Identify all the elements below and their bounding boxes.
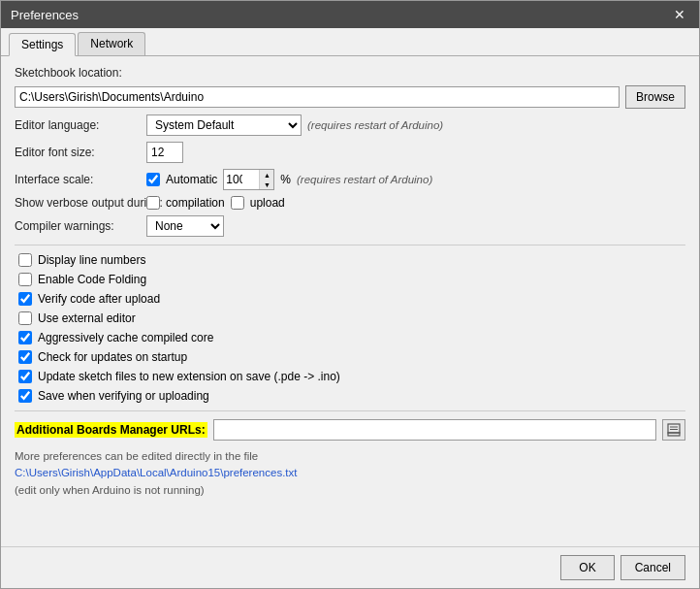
compiler-warnings-label: Compiler warnings: <box>15 219 141 233</box>
update-sketch-files-row: Update sketch files to new extension on … <box>15 370 685 383</box>
additional-urls-input[interactable] <box>213 419 656 441</box>
update-sketch-files-label: Update sketch files to new extension on … <box>38 370 340 383</box>
display-line-numbers-label: Display line numbers <box>38 253 145 267</box>
sketchbook-input[interactable] <box>15 86 620 108</box>
save-when-verifying-row: Save when verifying or uploading <box>15 389 685 403</box>
editor-language-select[interactable]: System Default <box>146 115 302 136</box>
additional-urls-label: Additional Boards Manager URLs: <box>15 422 207 438</box>
editor-language-label: Editor language: <box>15 118 141 132</box>
enable-code-folding-row: Enable Code Folding <box>15 273 685 286</box>
enable-code-folding-checkbox[interactable] <box>18 273 32 286</box>
tab-settings[interactable]: Settings <box>9 33 76 56</box>
check-updates-label: Check for updates on startup <box>38 350 187 364</box>
aggressively-cache-checkbox[interactable] <box>18 331 32 344</box>
verify-code-checkbox[interactable] <box>18 292 32 306</box>
verify-code-label: Verify code after upload <box>38 292 160 306</box>
window-title: Preferences <box>11 8 79 22</box>
verbose-row: Show verbose output during: compilation … <box>15 196 685 210</box>
additional-urls-row: Additional Boards Manager URLs: <box>15 419 685 441</box>
more-prefs-path[interactable]: C:\Users\Girish\AppData\Local\Arduino15\… <box>15 465 685 481</box>
settings-content: Sketchbook location: Browse Editor langu… <box>1 56 699 546</box>
compiler-warnings-row: Compiler warnings: None Default More All <box>15 215 685 237</box>
scale-spinner: ▲ ▼ <box>223 169 274 190</box>
external-editor-checkbox[interactable] <box>18 311 32 325</box>
sketchbook-path-row: Browse <box>15 85 685 109</box>
aggressively-cache-label: Aggressively cache compiled core <box>38 331 213 344</box>
interface-scale-row: Interface scale: Automatic ▲ ▼ % (requir… <box>15 169 685 190</box>
update-sketch-files-checkbox[interactable] <box>18 370 32 383</box>
scale-down-button[interactable]: ▼ <box>260 180 273 189</box>
save-when-verifying-checkbox[interactable] <box>18 389 32 403</box>
additional-urls-icon-button[interactable] <box>662 419 685 441</box>
editor-font-size-row: Editor font size: <box>15 142 685 163</box>
editor-language-row: Editor language: System Default (require… <box>15 115 685 136</box>
external-editor-row: Use external editor <box>15 311 685 325</box>
compiler-warnings-select[interactable]: None Default More All <box>146 215 224 237</box>
interface-scale-note: (requires restart of Arduino) <box>297 174 432 185</box>
scale-percent-symbol: % <box>280 173 291 186</box>
more-prefs-line1: More preferences can be edited directly … <box>15 448 685 465</box>
display-line-numbers-row: Display line numbers <box>15 253 685 267</box>
editor-font-size-input[interactable] <box>146 142 183 163</box>
scale-spinner-arrows: ▲ ▼ <box>259 170 273 189</box>
verbose-compilation-label: compilation <box>166 196 225 210</box>
display-line-numbers-checkbox[interactable] <box>18 253 32 267</box>
more-prefs-note: (edit only when Arduino is not running) <box>15 482 685 499</box>
edit-icon <box>667 423 681 437</box>
title-bar: Preferences ✕ <box>1 1 699 28</box>
scale-input[interactable] <box>224 170 259 189</box>
auto-scale-label: Automatic <box>166 173 217 186</box>
tab-network[interactable]: Network <box>78 32 145 55</box>
divider-2 <box>15 410 685 411</box>
svg-rect-0 <box>668 424 680 433</box>
check-updates-row: Check for updates on startup <box>15 350 685 364</box>
scale-up-button[interactable]: ▲ <box>260 170 273 180</box>
interface-scale-label: Interface scale: <box>15 173 141 186</box>
check-updates-checkbox[interactable] <box>18 350 32 364</box>
tabs-container: Settings Network <box>1 28 699 56</box>
sketchbook-label: Sketchbook location: <box>15 66 122 80</box>
ok-button[interactable]: OK <box>560 555 614 580</box>
aggressively-cache-row: Aggressively cache compiled core <box>15 331 685 344</box>
verbose-compilation-checkbox[interactable] <box>146 196 160 210</box>
enable-code-folding-label: Enable Code Folding <box>38 273 146 286</box>
more-prefs-section: More preferences can be edited directly … <box>15 448 685 499</box>
divider-1 <box>15 245 685 245</box>
verbose-upload-label: upload <box>250 196 285 210</box>
sketchbook-row: Sketchbook location: <box>15 66 685 80</box>
cancel-button[interactable]: Cancel <box>620 555 685 580</box>
footer-buttons: OK Cancel <box>1 546 699 588</box>
svg-rect-1 <box>668 433 680 436</box>
verbose-label: Show verbose output during: <box>15 196 141 210</box>
verify-code-row: Verify code after upload <box>15 292 685 306</box>
browse-button[interactable]: Browse <box>625 85 685 109</box>
save-when-verifying-label: Save when verifying or uploading <box>38 389 209 403</box>
verbose-upload-checkbox[interactable] <box>231 196 244 210</box>
auto-scale-checkbox[interactable] <box>146 173 160 186</box>
close-button[interactable]: ✕ <box>670 7 689 22</box>
editor-font-size-label: Editor font size: <box>15 146 141 159</box>
editor-language-note: (requires restart of Arduino) <box>307 119 443 131</box>
external-editor-label: Use external editor <box>38 311 136 325</box>
preferences-window: Preferences ✕ Settings Network Sketchboo… <box>0 0 700 589</box>
